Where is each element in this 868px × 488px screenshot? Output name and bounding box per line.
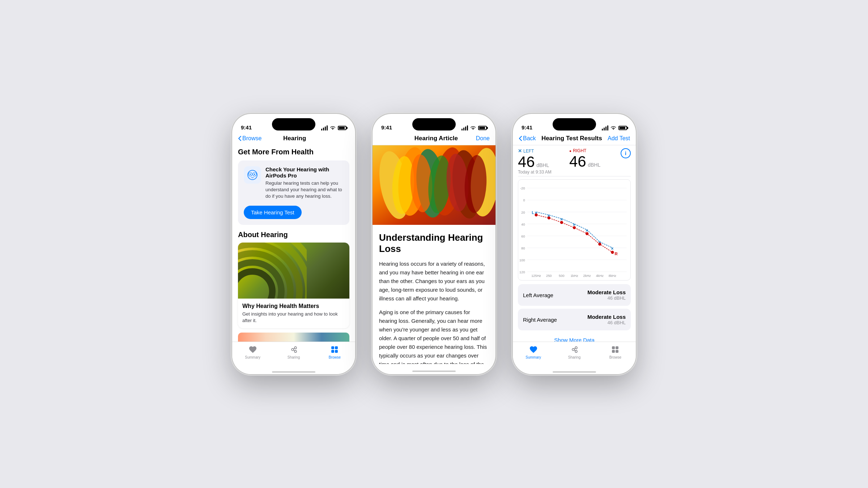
left-avg-value: 46 dBHL [587,295,626,301]
add-test-button[interactable]: Add Test [608,135,630,142]
svg-point-6 [255,174,256,175]
back-button-3[interactable]: Back [519,135,536,142]
nav-title-3: Hearing Test Results [541,135,602,142]
svg-text:×: × [611,246,613,251]
home-indicator-2 [373,364,495,374]
results-content: ✕ LEFT 46 dBHL Today at 9:33 AM ● RIGHT [513,145,636,342]
article-hero [373,145,495,225]
hearing-scores: ✕ LEFT 46 dBHL Today at 9:33 AM ● RIGHT [518,145,631,176]
svg-point-62 [535,214,537,217]
svg-text:60: 60 [521,235,525,238]
battery-icon-1 [338,126,346,130]
wifi-icon-2 [470,126,476,130]
article-excerpt: Get insights into your hearing and how t… [242,311,345,324]
nav-bar-3: Back Hearing Test Results Add Test [513,133,636,145]
phone-2: 9:41 Hearing Article Done [373,114,495,374]
card-body: Regular hearing tests can help you under… [265,180,344,200]
tab-bar-3: Summary Sharing Browse [513,342,636,371]
tab-summary-3[interactable]: Summary [513,345,554,359]
left-avg-label: Left Average [523,292,553,298]
left-unit: dBHL [536,162,549,168]
svg-point-5 [251,174,251,175]
tab-summary-1[interactable]: Summary [232,345,273,359]
info-button[interactable]: i [621,148,631,158]
right-label: ● RIGHT [569,148,615,153]
tab-label-browse-3: Browse [609,355,621,359]
tab-bar-1: Summary Sharing Browse [232,342,355,371]
signal-icon-3 [602,125,608,130]
svg-text:20: 20 [521,211,525,214]
back-label-1: Browse [242,135,261,142]
home-indicator-3 [513,371,636,374]
done-button[interactable]: Done [476,135,490,142]
left-label: ✕ LEFT [518,148,563,154]
svg-text:R: R [615,252,618,256]
svg-rect-17 [335,346,338,349]
svg-point-70 [572,348,574,351]
svg-text:2kHz: 2kHz [583,274,591,278]
tab-label-sharing-3: Sharing [568,355,580,359]
dynamic-island-2 [412,118,456,130]
svg-rect-16 [331,346,334,349]
tab-sharing-3[interactable]: Sharing [554,345,595,359]
phone-3: 9:41 Back Hearing Test Results Add Test [513,114,636,374]
nav-bar-2: Hearing Article Done [373,133,495,145]
svg-text:8kHz: 8kHz [609,274,617,278]
left-average-row: Left Average Moderate Loss 46 dBHL [518,284,631,306]
right-avg-type: Moderate Loss [587,314,626,320]
svg-text:0: 0 [523,198,525,202]
svg-point-67 [598,243,601,245]
svg-point-68 [611,251,614,254]
nav-title-1: Hearing [283,135,306,142]
svg-point-13 [292,348,294,351]
tab-sharing-1[interactable]: Sharing [273,345,314,359]
svg-point-12 [238,271,272,299]
article-card-1[interactable]: Why Hearing Health Matters Get insights … [238,243,349,328]
left-value: 46 [518,153,535,170]
browse-icon-1 [330,345,339,354]
battery-icon-2 [478,126,487,130]
browse-icon-3 [610,345,620,354]
phones-container: 9:41 Browse Hearing Get More From Health [232,114,636,374]
status-time-1: 9:41 [241,124,252,130]
sharing-icon-1 [289,345,298,354]
svg-text:125Hz: 125Hz [531,274,541,278]
svg-rect-76 [616,350,618,353]
status-icons-3 [602,125,627,130]
tab-label-summary-1: Summary [245,355,260,359]
airpods-icon [244,166,261,184]
svg-text:100: 100 [519,258,525,262]
signal-icon-2 [461,125,468,130]
get-more-title: Get More From Health [238,148,349,156]
tab-browse-3[interactable]: Browse [595,345,636,359]
audiogram-chart: -20 0 20 40 60 80 100 120 [518,179,631,281]
svg-text:250: 250 [546,274,552,278]
svg-point-65 [573,226,576,229]
show-more-link[interactable]: Show More Data [518,333,631,342]
right-avg-label: Right Average [523,317,557,323]
take-hearing-test-button[interactable]: Take Hearing Test [244,206,302,219]
hearing-card-inner: Check Your Hearing with AirPods Pro Regu… [244,166,344,200]
svg-rect-73 [612,346,615,349]
bottom-preview-strip [238,333,349,342]
battery-icon-3 [618,126,627,130]
status-icons-2 [461,125,487,130]
svg-text:40: 40 [521,223,525,226]
svg-rect-18 [331,350,334,353]
tab-label-summary-3: Summary [526,355,541,359]
back-button-1[interactable]: Browse [238,135,261,142]
article-title: Why Hearing Health Matters [242,303,345,309]
about-hearing-title: About Hearing [238,231,349,239]
svg-rect-19 [335,350,338,353]
tab-label-browse-1: Browse [329,355,341,359]
dynamic-island-3 [553,118,596,130]
right-value: 46 [569,153,586,170]
article-card-body: Why Hearing Health Matters Get insights … [238,299,349,328]
nav-bar-1: Browse Hearing [232,133,355,145]
article-big-title: Understanding Hearing Loss [379,232,489,254]
svg-text:1kHz: 1kHz [570,274,578,278]
heart-icon-1 [248,345,258,354]
card-title: Check Your Hearing with AirPods Pro [265,166,344,179]
status-time-3: 9:41 [522,124,532,130]
tab-browse-1[interactable]: Browse [314,345,355,359]
